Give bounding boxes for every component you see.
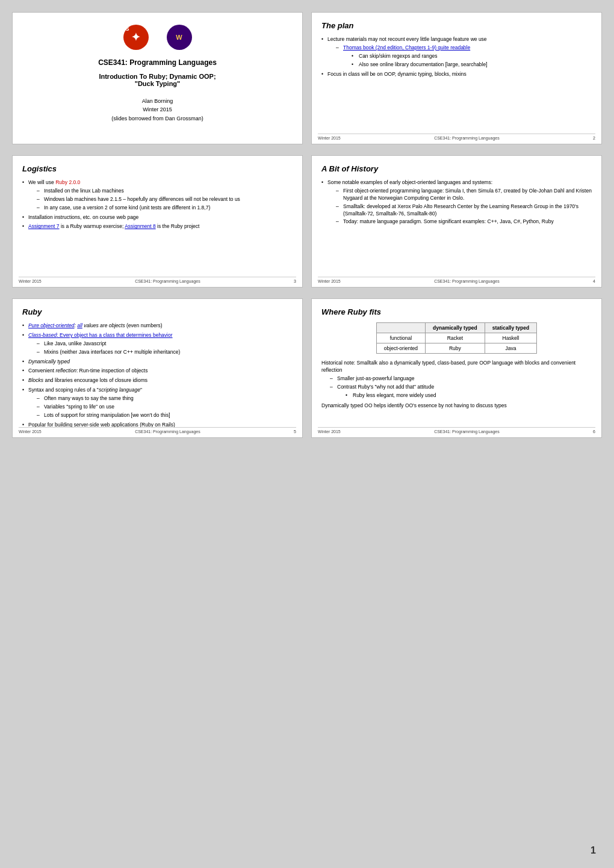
- slide5-footer-page: 5: [294, 429, 296, 434]
- table-header-static: statically typed: [485, 323, 536, 333]
- slide6-footer-term: Winter 2015: [318, 429, 341, 434]
- slide5-sub6-1: Often many ways to say the same thing: [37, 395, 293, 402]
- class-based-link: Class-based: Every object has a class th…: [28, 332, 173, 338]
- ruby-version-link: Ruby 2.0.0: [55, 179, 80, 185]
- slide2-footer: Winter 2015 CSE341: Programming Language…: [318, 134, 595, 140]
- slide3-bullet1: We will use Ruby 2.0.0 Installed on the …: [22, 179, 293, 212]
- slide5-footer: Winter 2015 CSE341: Programming Language…: [19, 427, 296, 434]
- slide-6: Where Ruby fits dynamically typed static…: [311, 298, 602, 438]
- slide5-sub6: Often many ways to say the same thing Va…: [28, 395, 293, 419]
- slide-5: Ruby Pure object-oriented: all values ar…: [12, 298, 303, 438]
- slide5-title: Ruby: [22, 307, 293, 316]
- slide6-subsub: Ruby less elegant, more widely used: [337, 392, 592, 399]
- slide3-bullet3: Assignment 7 is a Ruby warmup exercise; …: [22, 223, 293, 230]
- slide5-bullet1: Pure object-oriented: all values are obj…: [22, 322, 293, 330]
- uw-logo: W: [167, 25, 192, 50]
- slide3-footer-term: Winter 2015: [19, 279, 42, 283]
- slide4-sub3: Today: mature language paradigm. Some si…: [336, 218, 592, 226]
- slide4-sub1: First object-oriented programming langua…: [336, 188, 592, 202]
- table-row-functional: functional Racket Haskell: [376, 333, 536, 343]
- slide5-bullet3: Dynamically typed: [22, 359, 293, 366]
- slide2-title: The plan: [321, 21, 592, 30]
- slide1-logos: ✦ S W: [123, 25, 192, 50]
- row-2: Logistics We will use Ruby 2.0.0 Install…: [12, 155, 602, 288]
- slide3-bullet3-middle: is a Ruby warmup exercise;: [61, 223, 123, 229]
- slide-2: The plan Lecture materials may not recou…: [311, 12, 602, 144]
- slide2-bullet1: Lecture materials may not recount every …: [321, 36, 592, 69]
- page-container: ✦ S W CSE341: Programming Languages Intr…: [12, 12, 602, 438]
- slide4-sub2: Smalltalk: developed at Xerox Palo Alto …: [336, 203, 592, 218]
- slide6-footer-course: CSE341: Programming Languages: [434, 429, 500, 434]
- slide6-subsub1: Ruby less elegant, more widely used: [346, 392, 592, 399]
- table-cell-ruby: Ruby: [426, 343, 485, 354]
- table-cell-functional-label: functional: [376, 333, 425, 343]
- slide3-footer: Winter 2015 CSE341: Programming Language…: [19, 277, 296, 283]
- table-cell-oo-label: object-oriented: [376, 343, 425, 354]
- row-1: ✦ S W CSE341: Programming Languages Intr…: [12, 12, 602, 144]
- slide4-footer: Winter 2015 CSE341: Programming Language…: [318, 277, 595, 283]
- slide4-bullet1: Some notable examples of early object-or…: [321, 179, 592, 226]
- slide2-footer-course: CSE341: Programming Languages: [434, 136, 500, 140]
- slide3-sub1-1: Installed on the linux Lab machines: [37, 188, 293, 195]
- slide2-sub1: Thomas book (2nd edition, Chapters 1-9) …: [327, 45, 592, 69]
- table-corner: [376, 323, 425, 333]
- slide3-title: Logistics: [22, 164, 293, 173]
- slide6-footer-page: 6: [593, 429, 595, 434]
- pure-oo-link: Pure object-oriented: [28, 322, 75, 328]
- assignment7-link: Assignment 7: [28, 223, 60, 229]
- slide-1: ✦ S W CSE341: Programming Languages Intr…: [12, 12, 303, 144]
- slide3-sub1-2: Windows lab machines have 2.1.5 – hopefu…: [37, 196, 293, 203]
- slide5-sub6-2: Variables "spring to life" on use: [37, 404, 293, 411]
- slide-4: A Bit of History Some notable examples o…: [311, 155, 602, 288]
- table-row-oo: object-oriented Ruby Java: [376, 343, 536, 354]
- slide5-bullet4: Convenient reflection: Run-time inspecti…: [22, 368, 293, 375]
- slide6-note2: Dynamically typed OO helps identify OO's…: [321, 402, 592, 410]
- slide6-note1-sub1: Smaller just-as-powerful language: [330, 375, 592, 383]
- row-3: Ruby Pure object-oriented: all values ar…: [12, 298, 602, 438]
- slide2-footer-page: 2: [593, 136, 595, 140]
- slide1-subtitle: Introduction To Ruby; Dynamic OOP;"Duck …: [99, 73, 216, 87]
- slide3-footer-course: CSE341: Programming Languages: [135, 279, 200, 283]
- slide5-sub6-3: Lots of support for string manipulation …: [37, 412, 293, 419]
- slide2-subsub1: Can skip/skim regexps and ranges: [352, 53, 592, 60]
- slide3-footer-page: 3: [294, 279, 296, 283]
- slide6-note1-subs: Smaller just-as-powerful language Contra…: [321, 375, 592, 399]
- slide2-subsub2: Also see online library documentation [l…: [352, 61, 592, 69]
- slide5-sub2-2: Mixins (neither Java interfaces nor C++ …: [37, 349, 293, 356]
- slide2-bullet2: Focus in class will be on OOP, dynamic t…: [321, 71, 592, 78]
- slide3-sub1-3: In any case, use a version 2 of some kin…: [37, 205, 293, 212]
- slide4-footer-page: 4: [593, 279, 595, 283]
- slide5-footer-course: CSE341: Programming Languages: [135, 429, 200, 434]
- slide5-bullet6: Syntax and scoping rules of a "scripting…: [22, 387, 293, 419]
- slide3-content: We will use Ruby 2.0.0 Installed on the …: [22, 179, 293, 230]
- slide5-content: Pure object-oriented: all values are obj…: [22, 322, 293, 429]
- table-cell-racket: Racket: [426, 333, 485, 343]
- slide4-content: Some notable examples of early object-or…: [321, 179, 592, 226]
- slide5-bullet5: Blocks and libraries encourage lots of c…: [22, 377, 293, 384]
- cs-logo: ✦ S: [123, 25, 149, 50]
- slide6-note1: Historical note: Smalltalk also a dynami…: [321, 360, 592, 399]
- slide5-sub2: Like Java, unlike Javascript Mixins (nei…: [28, 340, 293, 356]
- assignment8-link: Assignment 8: [125, 223, 156, 229]
- slide5-footer-term: Winter 2015: [19, 429, 42, 434]
- slide5-bullet2: Class-based: Every object has a class th…: [22, 332, 293, 356]
- table-cell-java: Java: [485, 343, 536, 354]
- slide2-content: Lecture materials may not recount every …: [321, 36, 592, 78]
- slide-3: Logistics We will use Ruby 2.0.0 Install…: [12, 155, 303, 288]
- slide2-sub1-item: Thomas book (2nd edition, Chapters 1-9) …: [336, 45, 592, 69]
- slide5-sub2-1: Like Java, unlike Javascript: [37, 340, 293, 348]
- slide3-bullet2: Installation instructions, etc. on cours…: [22, 214, 293, 221]
- thomas-book-link: Thomas book (2nd edition, Chapters 1-9) …: [343, 45, 470, 51]
- table-cell-haskell: Haskell: [485, 333, 536, 343]
- slide2-footer-term: Winter 2015: [318, 136, 341, 140]
- all-values-link: all: [77, 322, 82, 328]
- slide1-course-title: CSE341: Programming Languages: [98, 58, 217, 67]
- slide4-sub: First object-oriented programming langua…: [327, 188, 592, 226]
- slide1-author: Alan Borning Winter 2015 (slides borrowe…: [111, 97, 203, 123]
- slide3-bullet3-suffix: is the Ruby project: [157, 223, 199, 229]
- slide4-footer-term: Winter 2015: [318, 279, 341, 283]
- slide6-note1-sub2: Contrast Ruby's "why not add that" attit…: [330, 384, 592, 399]
- slide3-sub1: Installed on the linux Lab machines Wind…: [28, 188, 293, 212]
- ruby-fits-table: dynamically typed statically typed funct…: [376, 322, 537, 354]
- slide6-footer: Winter 2015 CSE341: Programming Language…: [318, 427, 595, 434]
